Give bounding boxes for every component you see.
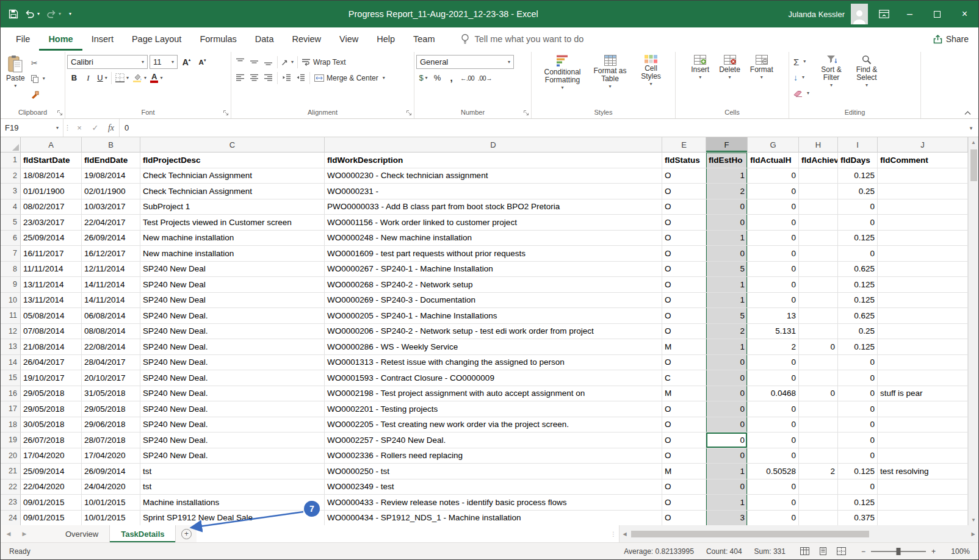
cell-A3[interactable]: 01/01/1900 xyxy=(21,184,82,199)
decrease-indent-button[interactable] xyxy=(280,71,294,85)
cut-button[interactable]: ✂ xyxy=(29,56,48,70)
cell-D13[interactable]: WO0000286 - WS - Weekly Service xyxy=(325,339,662,355)
font-size-select[interactable]: 11▾ xyxy=(150,55,178,69)
cell-H6[interactable] xyxy=(799,231,838,246)
cell-J22[interactable] xyxy=(878,479,968,495)
row-header-15[interactable]: 15 xyxy=(1,370,21,386)
cell-H9[interactable] xyxy=(799,277,838,293)
cell-I12[interactable]: 0.25 xyxy=(838,324,878,340)
align-middle-button[interactable] xyxy=(247,55,261,69)
cell-D4[interactable]: PWO0000033 - Add B class part from boot … xyxy=(325,199,662,215)
cell-C6[interactable]: New machine installation xyxy=(140,231,325,246)
cell-G9[interactable]: 0 xyxy=(748,277,799,293)
cell-F22[interactable]: 0 xyxy=(706,479,748,495)
insert-cells-button[interactable]: Insert ▾ xyxy=(687,53,713,107)
cell-H13[interactable]: 0 xyxy=(799,339,838,355)
align-right-button[interactable] xyxy=(261,71,275,85)
font-name-select[interactable]: Calibri▾ xyxy=(67,55,148,69)
cell-F14[interactable]: 0 xyxy=(706,355,748,371)
cell-G17[interactable]: 0 xyxy=(748,401,799,417)
cell-C18[interactable]: SP240 New Deal. xyxy=(140,417,325,433)
orientation-button[interactable]: ▾ xyxy=(280,55,295,69)
ribbon-tab-help[interactable]: Help xyxy=(367,27,404,51)
cell-I15[interactable]: 0 xyxy=(838,370,878,386)
conditional-formatting-button[interactable]: Conditional Formatting ▾ xyxy=(538,53,587,107)
page-break-view-button[interactable] xyxy=(834,545,849,558)
cell-F11[interactable]: 5 xyxy=(706,308,748,324)
cell-H11[interactable] xyxy=(799,308,838,324)
underline-button[interactable]: U▾ xyxy=(95,71,109,85)
cell-J19[interactable] xyxy=(878,433,968,448)
horizontal-scroll-thumb[interactable] xyxy=(631,531,869,537)
cell-D19[interactable]: WO0002257 - SP240 New Deal. xyxy=(325,433,662,448)
cell-I1[interactable]: fldDays xyxy=(838,153,878,168)
cell-E15[interactable]: C xyxy=(662,370,706,386)
cancel-entry-button[interactable]: × xyxy=(71,119,87,137)
column-header-C[interactable]: C xyxy=(140,137,325,153)
cell-F3[interactable]: 2 xyxy=(706,184,748,199)
cell-G22[interactable]: 0 xyxy=(748,479,799,495)
previous-sheet-button[interactable]: ◀ xyxy=(1,525,16,542)
cell-J9[interactable] xyxy=(878,277,968,293)
align-top-button[interactable] xyxy=(233,55,247,69)
cell-D5[interactable]: WO0001156 - Work order linked to custome… xyxy=(325,215,662,231)
cell-H18[interactable] xyxy=(799,417,838,433)
cell-G4[interactable]: 0 xyxy=(748,199,799,215)
row-header-6[interactable]: 6 xyxy=(1,231,21,246)
sheet-tab-taskdetails[interactable]: TaskDetails xyxy=(110,525,176,542)
cell-A9[interactable]: 13/11/2014 xyxy=(21,277,82,293)
row-header-24[interactable]: 24 xyxy=(1,511,21,526)
cell-J14[interactable] xyxy=(878,355,968,371)
cell-G12[interactable]: 5.131 xyxy=(748,324,799,340)
zoom-slider[interactable] xyxy=(871,551,926,552)
name-box[interactable]: F19▾ xyxy=(1,119,63,137)
close-button[interactable]: × xyxy=(951,1,978,27)
cell-E3[interactable]: O xyxy=(662,184,706,199)
ribbon-tab-team[interactable]: Team xyxy=(404,27,444,51)
cell-A6[interactable]: 25/09/2014 xyxy=(21,231,82,246)
cell-D9[interactable]: WO0000268 - SP240-2 - Network setup xyxy=(325,277,662,293)
cell-B22[interactable]: 24/04/2020 xyxy=(82,479,140,495)
cell-C7[interactable]: New machine installation xyxy=(140,246,325,262)
cell-C20[interactable]: SP240 New Deal. xyxy=(140,448,325,464)
cell-H14[interactable] xyxy=(799,355,838,371)
cell-C10[interactable]: SP240 New Deal xyxy=(140,293,325,309)
merge-center-button[interactable]: Merge & Center▾ xyxy=(312,71,388,85)
cell-C22[interactable]: tst xyxy=(140,479,325,495)
cell-J10[interactable] xyxy=(878,293,968,309)
cell-I10[interactable]: 0.125 xyxy=(838,293,878,309)
cell-A19[interactable]: 26/07/2018 xyxy=(21,433,82,448)
cell-C17[interactable]: SP240 New Deal. xyxy=(140,401,325,417)
undo-button[interactable]: ▾ xyxy=(21,5,43,23)
cell-B3[interactable]: 02/01/1900 xyxy=(82,184,140,199)
increase-indent-button[interactable] xyxy=(294,71,308,85)
accounting-format-button[interactable]: $▾ xyxy=(416,71,430,85)
zoom-out-button[interactable]: − xyxy=(861,547,865,556)
percent-style-button[interactable]: % xyxy=(430,71,444,85)
cell-F2[interactable]: 1 xyxy=(706,168,748,184)
increase-font-size-button[interactable]: A▴ xyxy=(179,55,193,69)
chevron-down-icon[interactable]: ▾ xyxy=(37,12,40,16)
clipboard-dialog-launcher[interactable] xyxy=(57,110,63,116)
cell-F21[interactable]: 1 xyxy=(706,464,748,479)
cell-D18[interactable]: WO0002205 - Test creating new work order… xyxy=(325,417,662,433)
cell-F13[interactable]: 1 xyxy=(706,339,748,355)
cell-B19[interactable]: 28/07/2018 xyxy=(82,433,140,448)
ribbon-display-options-button[interactable] xyxy=(872,1,896,27)
row-header-11[interactable]: 11 xyxy=(1,308,21,324)
cell-F20[interactable]: 0 xyxy=(706,448,748,464)
cell-B4[interactable]: 10/03/2017 xyxy=(82,199,140,215)
cell-A12[interactable]: 07/08/2014 xyxy=(21,324,82,340)
cell-E24[interactable]: O xyxy=(662,511,706,526)
cell-F8[interactable]: 5 xyxy=(706,262,748,278)
cell-G23[interactable]: 0 xyxy=(748,495,799,511)
cell-A7[interactable]: 16/11/2017 xyxy=(21,246,82,262)
user-name[interactable]: Julanda Kessler xyxy=(789,10,845,19)
cell-A23[interactable]: 09/01/2015 xyxy=(21,495,82,511)
cell-A2[interactable]: 18/08/2014 xyxy=(21,168,82,184)
cell-D1[interactable]: fldWorkDescription xyxy=(325,153,662,168)
cell-J13[interactable] xyxy=(878,339,968,355)
cell-G7[interactable]: 0 xyxy=(748,246,799,262)
cell-J4[interactable] xyxy=(878,199,968,215)
column-header-D[interactable]: D xyxy=(325,137,662,153)
